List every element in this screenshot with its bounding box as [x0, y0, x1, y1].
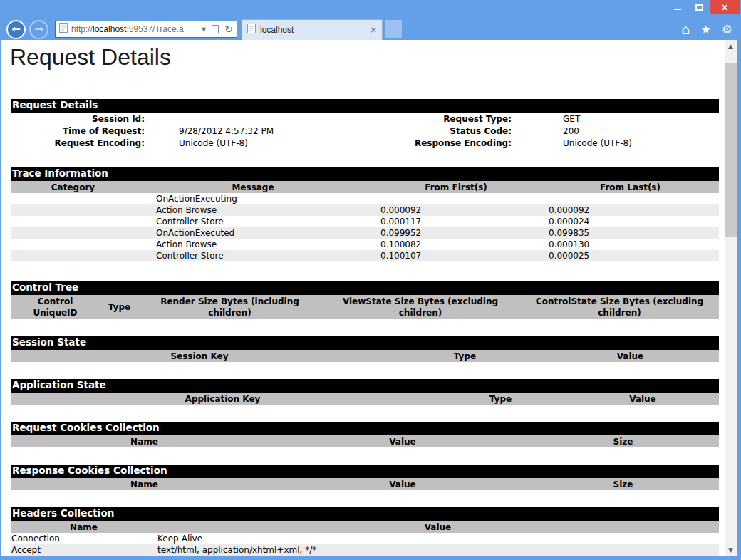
- close-button[interactable]: ×: [710, 0, 740, 14]
- column-header: Render Size Bytes (including children): [139, 295, 321, 319]
- header-value-cell: Keep-Alive: [157, 533, 719, 544]
- refresh-icon[interactable]: ↻: [224, 24, 233, 35]
- page-title: Request Details: [10, 44, 725, 71]
- table-header-row: Name Value: [11, 521, 719, 533]
- page-favicon: [59, 23, 68, 36]
- from-first-cell: 0.000117: [370, 216, 542, 227]
- column-header: Type: [100, 295, 139, 319]
- table-row: Action Browse 0.000092 0.000092: [11, 204, 719, 216]
- table-row: Request Encoding: Unicode (UTF-8) Respon…: [11, 137, 719, 149]
- column-header: Size: [527, 435, 719, 447]
- address-bar[interactable]: http://localhost:59537/Trace.a ▼ ↻: [55, 21, 237, 38]
- back-arrow-icon: ←: [11, 23, 21, 36]
- from-last-cell: 0.000092: [542, 204, 719, 216]
- from-first-cell: 0.100082: [370, 239, 542, 250]
- column-header: Name: [11, 521, 157, 533]
- url-path: :59537/Trace.a: [126, 24, 183, 34]
- trace-page: Request Details Request Details Session …: [1, 40, 725, 556]
- tab-localhost[interactable]: localhost ×: [242, 19, 383, 40]
- value-cell: [146, 113, 392, 125]
- scrollbar-track[interactable]: [725, 52, 737, 544]
- table-header-row: Name Value Size: [11, 435, 719, 447]
- column-header: Name: [11, 478, 278, 490]
- label-cell: Request Encoding:: [11, 137, 146, 149]
- message-cell: OnActionExecuted: [135, 227, 370, 239]
- section-header-response-cookies: Response Cookies Collection: [11, 465, 719, 478]
- column-header: Type: [388, 350, 542, 362]
- category-cell: [11, 227, 135, 239]
- forward-arrow-icon: →: [34, 23, 43, 36]
- from-last-cell: 0.000025: [542, 250, 719, 261]
- table-row: Time of Request: 9/28/2012 4:57:32 PM St…: [11, 125, 719, 137]
- scroll-up-icon[interactable]: ▲: [725, 40, 737, 52]
- url-text: http://localhost:59537/Trace.a: [71, 24, 202, 34]
- table-row: Session Id: Request Type: GET: [11, 113, 719, 125]
- message-cell: Action Browse: [135, 239, 370, 250]
- from-last-cell: 0.000024: [542, 216, 719, 227]
- label-cell: Response Encoding:: [392, 137, 513, 149]
- column-header: From First(s): [370, 181, 542, 193]
- category-cell: [11, 250, 135, 261]
- column-header: Control UniqueID: [11, 295, 100, 319]
- tab-favicon: [247, 24, 256, 36]
- new-tab-button[interactable]: [385, 20, 402, 38]
- table-header-row: Control UniqueID Type Render Size Bytes …: [11, 295, 719, 319]
- table-header-row: Application Key Type Value: [11, 393, 719, 405]
- url-scheme: http://: [71, 24, 93, 34]
- maximize-icon: [695, 4, 703, 11]
- message-cell: Action Browse: [135, 204, 370, 216]
- scrollbar-thumb[interactable]: [725, 63, 737, 237]
- autocomplete-dropdown-icon[interactable]: ▼: [202, 26, 206, 33]
- column-header: Type: [435, 393, 566, 405]
- session-state-table: Session Key Type Value: [11, 350, 719, 362]
- vertical-scrollbar[interactable]: ▲ ▼: [725, 40, 737, 556]
- browser-window: × ← → http://localhost:59537/Trace.a ▼ ↻…: [0, 0, 741, 560]
- value-cell: 9/28/2012 4:57:32 PM: [146, 125, 392, 137]
- table-row: Controller Store 0.100107 0.000025: [11, 250, 719, 261]
- scroll-down-icon[interactable]: ▼: [725, 544, 737, 556]
- category-cell: [11, 216, 135, 227]
- table-header-row: Session Key Type Value: [11, 350, 719, 362]
- minimize-icon: [674, 9, 681, 10]
- column-header: Message: [135, 181, 370, 193]
- value-cell: 200: [513, 125, 719, 137]
- from-last-cell: 0.000130: [542, 239, 719, 250]
- content-area: Request Details Request Details Session …: [1, 40, 737, 556]
- compatibility-view-icon[interactable]: [212, 25, 219, 33]
- table-header-row: Category Message From First(s) From Last…: [11, 181, 719, 193]
- tab-close-icon[interactable]: ×: [370, 25, 377, 35]
- table-row: OnActionExecuted 0.099952 0.099835: [11, 227, 719, 239]
- message-cell: OnActionExecuting: [135, 193, 370, 204]
- message-cell: Controller Store: [135, 216, 370, 227]
- column-header: Name: [11, 435, 278, 447]
- trace-information-table: Category Message From First(s) From Last…: [11, 181, 719, 261]
- column-header: ControlState Size Bytes (excluding child…: [520, 295, 719, 319]
- column-header: From Last(s): [542, 181, 719, 193]
- favorites-star-icon[interactable]: ★: [700, 23, 710, 36]
- column-header: Value: [278, 435, 527, 447]
- table-row: Action Browse 0.100082 0.000130: [11, 239, 719, 250]
- section-header-request-cookies: Request Cookies Collection: [11, 422, 719, 435]
- header-name-cell: Connection: [11, 533, 157, 544]
- label-cell: Status Code:: [392, 125, 513, 137]
- url-host: localhost: [93, 24, 126, 34]
- tab-title: localhost: [260, 25, 370, 35]
- section-header-application-state: Application State: [11, 379, 719, 393]
- from-last-cell: 0.099835: [542, 227, 719, 239]
- column-header: Application Key: [11, 393, 435, 405]
- address-bar-icons: ▼ ↻: [202, 24, 233, 35]
- maximize-button[interactable]: [688, 0, 710, 14]
- back-button[interactable]: ←: [6, 20, 26, 39]
- from-first-cell: 0.000092: [370, 204, 542, 216]
- value-cell: GET: [513, 113, 719, 125]
- control-tree-table: Control UniqueID Type Render Size Bytes …: [11, 295, 719, 319]
- settings-gear-icon[interactable]: ⚙: [722, 22, 732, 36]
- forward-button[interactable]: →: [29, 20, 48, 39]
- header-name-cell: Accept: [11, 544, 157, 556]
- section-header-session-state: Session State: [11, 336, 719, 350]
- minimize-button[interactable]: [667, 0, 688, 14]
- category-cell: [11, 204, 135, 216]
- section-header-request-details: Request Details: [11, 99, 719, 113]
- home-icon[interactable]: ⌂: [681, 21, 690, 37]
- titlebar: ×: [0, 0, 741, 19]
